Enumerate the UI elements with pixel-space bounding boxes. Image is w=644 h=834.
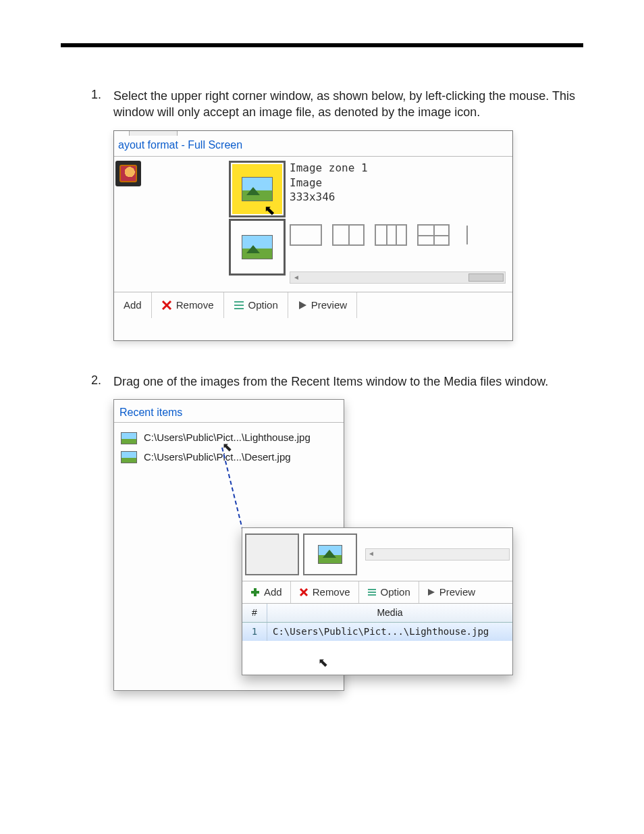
picture-icon: [242, 235, 273, 259]
option-button[interactable]: Option: [359, 581, 419, 603]
media-files-panel: Add Remove Option: [242, 527, 513, 675]
svg-rect-3: [234, 305, 244, 306]
svg-rect-11: [368, 592, 376, 593]
row-number: 1: [242, 623, 267, 641]
cursor-icon: ⬉: [318, 654, 328, 671]
recent-items-title: Recent items: [114, 400, 344, 423]
step-1-number: 1.: [61, 88, 113, 102]
header-rule: [61, 43, 583, 47]
step-2-text: Drag one of the images from the Recent I…: [113, 373, 583, 390]
screenshot-drag-drop: Recent items C:\Users\Public\Pict...\Lig…: [113, 399, 518, 723]
svg-rect-2: [234, 301, 244, 303]
remove-x-icon: [299, 588, 308, 597]
col-header-number: #: [242, 604, 267, 622]
horizontal-scrollbar[interactable]: ◄: [290, 271, 506, 284]
picture-icon: [121, 432, 137, 444]
bottom-toolbar: Add Remove Option Preview: [114, 292, 512, 318]
layout-preset-thumb[interactable]: [115, 161, 141, 186]
zone-info-type: Image: [290, 176, 368, 190]
remove-button[interactable]: Remove: [291, 581, 359, 603]
add-button[interactable]: Add: [114, 292, 152, 318]
window-tab-nub: [129, 130, 178, 136]
layout-single-icon[interactable]: [290, 224, 322, 246]
preview-button[interactable]: Preview: [419, 581, 483, 603]
image-zone[interactable]: [303, 533, 357, 575]
remove-x-icon: [161, 300, 172, 311]
play-icon: [298, 301, 307, 310]
option-list-icon: [367, 588, 377, 597]
col-header-media: Media: [267, 604, 512, 622]
recent-item-path: C:\Users\Public\Pict...\Desert.jpg: [144, 450, 291, 464]
svg-rect-7: [251, 591, 259, 594]
svg-rect-4: [234, 308, 244, 309]
media-table-row[interactable]: 1 C:\Users\Public\Pict...\Lighthouse.jpg: [242, 623, 512, 641]
media-table-header: # Media: [242, 604, 512, 623]
picture-icon: [121, 451, 137, 463]
step-1: 1. Select the upper right corner window,…: [61, 88, 583, 341]
image-zone-1[interactable]: [229, 161, 286, 217]
svg-marker-5: [299, 301, 306, 309]
drop-zone[interactable]: [245, 533, 299, 575]
play-icon: [427, 588, 435, 596]
picture-icon: [318, 545, 342, 564]
layout-templates: [290, 224, 475, 246]
option-button[interactable]: Option: [224, 292, 288, 318]
zone-info: Image zone 1 Image 333x346: [290, 161, 368, 205]
remove-button[interactable]: Remove: [152, 292, 224, 318]
zone-strip: [242, 528, 512, 581]
option-list-icon: [234, 300, 244, 311]
screenshot-layout-format: ayout format - Full Screen ⬉ Image zone …: [113, 130, 513, 341]
step-1-text: Select the upper right corner window, as…: [113, 88, 583, 121]
layout-three-col-icon[interactable]: [375, 224, 407, 246]
svg-rect-10: [368, 589, 376, 590]
horizontal-scrollbar[interactable]: [365, 548, 510, 561]
layout-canvas: ⬉ Image zone 1 Image 333x346: [114, 156, 512, 292]
add-button[interactable]: Add: [242, 581, 291, 603]
plus-icon: [250, 588, 260, 597]
preview-button[interactable]: Preview: [288, 292, 357, 318]
svg-marker-13: [428, 589, 435, 596]
image-zone-2[interactable]: [229, 219, 286, 276]
step-2-number: 2.: [61, 373, 113, 388]
zone-info-size: 333x346: [290, 190, 368, 205]
step-2: 2. Drag one of the images from the Recen…: [61, 373, 583, 723]
svg-rect-12: [368, 594, 376, 596]
layout-grid-icon[interactable]: [417, 224, 450, 246]
media-toolbar: Add Remove Option: [242, 581, 512, 604]
picture-icon: [242, 177, 273, 201]
row-path: C:\Users\Public\Pict...\Lighthouse.jpg: [267, 623, 512, 641]
layout-more-icon[interactable]: [460, 226, 468, 244]
zone-info-title: Image zone 1: [290, 161, 368, 176]
layout-two-col-icon[interactable]: [332, 224, 365, 246]
